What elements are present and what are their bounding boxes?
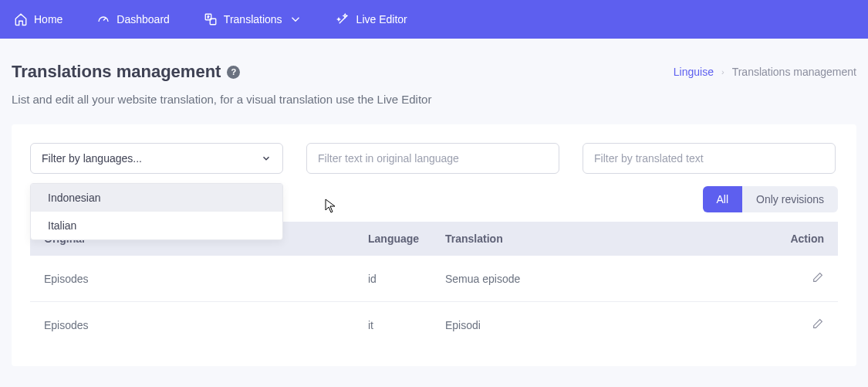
cell-translation: Episodi	[445, 319, 770, 331]
nav-dashboard-label: Dashboard	[117, 13, 170, 25]
page-header: Translations management ? Linguise › Tra…	[12, 62, 856, 82]
original-text-filter[interactable]: Filter text in original language	[306, 143, 559, 174]
breadcrumb-root[interactable]: Linguise	[674, 66, 714, 78]
table-row: Episodes it Episodi	[30, 302, 838, 348]
cell-original: Episodes	[44, 319, 368, 331]
chevron-right-icon: ›	[721, 67, 724, 76]
page-subtitle: List and edit all your website translati…	[12, 93, 856, 106]
th-language: Language	[368, 233, 445, 245]
breadcrumb: Linguise › Translations management	[674, 66, 856, 78]
cell-action	[770, 317, 824, 332]
chevron-down-icon	[261, 153, 272, 164]
dropdown-item-italian[interactable]: Italian	[31, 212, 282, 239]
dropdown-item-indonesian[interactable]: Indonesian	[31, 184, 282, 212]
nav-live-editor[interactable]: Live Editor	[330, 8, 414, 31]
translations-table: Original Language Translation Action Epi…	[30, 222, 838, 348]
nav-translations[interactable]: Translations	[198, 8, 309, 31]
chevron-down-icon	[289, 12, 302, 26]
toggle-all[interactable]: All	[703, 186, 743, 212]
translated-text-filter[interactable]: Filter by translated text	[583, 143, 836, 174]
revision-toggle: All Only revisions	[703, 186, 838, 212]
original-filter-placeholder: Filter text in original language	[318, 152, 459, 165]
nav-dashboard[interactable]: Dashboard	[90, 8, 176, 31]
gauge-icon	[96, 12, 110, 26]
home-icon	[14, 12, 28, 26]
filters-row: Filter by languages... Filter text in or…	[30, 143, 838, 174]
navbar: Home Dashboard Translations Live Editor	[0, 0, 868, 39]
cell-action	[770, 271, 824, 286]
toggle-revisions[interactable]: Only revisions	[742, 186, 838, 212]
cell-language: it	[368, 319, 445, 331]
page-title: Translations management	[12, 62, 221, 82]
cell-language: id	[368, 273, 445, 285]
help-icon[interactable]: ?	[227, 66, 240, 79]
translate-icon	[204, 12, 218, 26]
language-filter-select[interactable]: Filter by languages...	[30, 143, 283, 174]
edit-icon[interactable]	[812, 317, 824, 330]
nav-live-editor-label: Live Editor	[356, 13, 407, 25]
filter-card: Filter by languages... Filter text in or…	[12, 124, 856, 366]
cell-original: Episodes	[44, 273, 368, 285]
th-translation: Translation	[445, 233, 770, 245]
th-action: Action	[770, 233, 824, 245]
language-dropdown: Indonesian Italian	[30, 183, 283, 240]
cell-translation: Semua episode	[445, 273, 770, 285]
nav-home-label: Home	[34, 13, 62, 25]
nav-translations-label: Translations	[224, 13, 282, 25]
wand-icon	[336, 12, 350, 26]
edit-icon[interactable]	[812, 271, 824, 283]
translated-filter-placeholder: Filter by translated text	[594, 152, 704, 165]
language-filter-placeholder: Filter by languages...	[42, 152, 142, 165]
nav-home[interactable]: Home	[8, 8, 69, 31]
breadcrumb-current: Translations management	[732, 66, 856, 78]
table-row: Episodes id Semua episode	[30, 256, 838, 302]
